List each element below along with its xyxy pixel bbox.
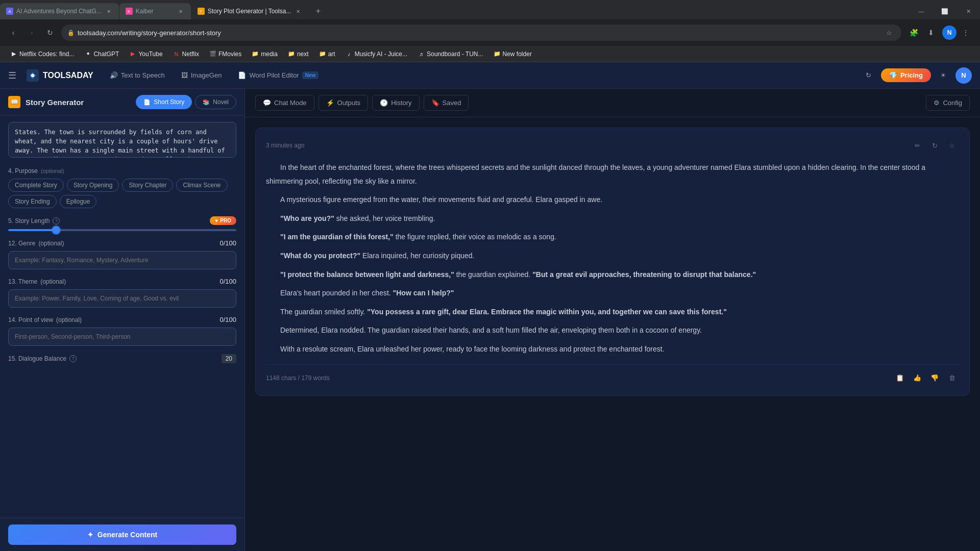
main-content: 📖 Story Generator 📄 Short Story 📚 Novel [0,89,980,551]
theme-label: 13. Theme [8,278,37,285]
refresh-icon[interactable]: ↻ [861,67,877,84]
bookmark-youtube[interactable]: ▶ YouTube [125,48,166,60]
pricing-button[interactable]: 💎 Pricing [881,68,931,82]
close-tab-story[interactable]: ✕ [294,7,302,15]
svg-point-1 [31,74,34,77]
bookmark-star-icon[interactable]: ☆ [883,27,895,39]
nav-tts[interactable]: 🔊 Text to Speech [104,68,171,82]
bookmark-chatgpt[interactable]: ✦ ChatGPT [80,48,123,60]
header-right: ↻ 💎 Pricing ☀ N [861,67,972,84]
close-tab-ai[interactable]: ✕ [105,7,113,15]
tab-novel[interactable]: 📚 Novel [195,95,236,109]
genre-input[interactable] [8,251,236,269]
story-paragraph-10: With a resolute scream, Elara unleashed … [266,342,959,356]
nav-imagegen[interactable]: 🖼 ImageGen [175,68,228,82]
theme-optional: (optional) [40,278,66,285]
app-header: ☰ TOOLSADAY 🔊 Text to Speech 🖼 ImageGen … [0,62,980,89]
delete-icon[interactable]: 🗑 [945,371,959,385]
doc-icon: 📄 [238,71,246,79]
app-nav: 🔊 Text to Speech 🖼 ImageGen 📄 Word Pilot… [104,68,325,82]
hamburger-menu-icon[interactable]: ☰ [8,70,16,81]
field-theme: 13. Theme (optional) 0/100 [8,278,236,308]
story-paragraph-2: A mysterious figure emerged from the wat… [266,193,959,207]
user-avatar[interactable]: N [955,67,972,84]
maximize-button[interactable]: ⬜ [933,2,957,21]
bookmark-new-folder[interactable]: 📁 New folder [489,48,536,60]
gear-icon: ⚙ [934,99,940,107]
history-button[interactable]: 🕐 History [372,95,419,111]
bookmark-icon: ▶ [10,51,17,58]
tag-climax-scene[interactable]: Climax Scene [176,179,227,192]
outputs-button[interactable]: ⚡ Outputs [318,95,369,111]
nav-word-pilot[interactable]: 📄 Word Pilot Editor New [232,68,325,82]
address-bar[interactable]: 🔒 toolsaday.com/writing/story-generator/… [61,24,901,41]
forward-button[interactable]: › [24,26,39,40]
bookmark-netflix-codes[interactable]: ▶ Netflix Codes: find... [6,48,78,60]
story-length-slider[interactable] [8,229,236,231]
output-top-actions: ✏ ↻ ☆ [910,138,959,153]
bookmark-icon: 🎬 [209,51,216,58]
copy-icon[interactable]: 📋 [893,371,907,385]
browser-menu-icon[interactable]: ⋮ [958,24,974,41]
star-icon[interactable]: ☆ [945,138,959,153]
bookmark-next[interactable]: 📁 next [284,48,313,60]
config-button[interactable]: ⚙ Config [926,95,970,111]
downloads-icon[interactable]: ⬇ [923,24,939,41]
bookmark-netflix[interactable]: N Netflix [169,48,203,60]
folder-icon: 📁 [319,51,326,58]
saved-button[interactable]: 🔖 Saved [424,95,469,111]
address-bar-row: ‹ › ↻ 🔒 toolsaday.com/writing/story-gene… [0,19,980,46]
sparkle-icon: ✦ [87,531,93,539]
extensions-icon[interactable]: 🧩 [905,24,922,41]
mode-tabs: 📄 Short Story 📚 Novel [136,95,236,109]
bookmark-musicfy[interactable]: ♪ Musicfy AI - Juice... [341,48,411,60]
top-textarea-field: States. The town is surrounded by fields… [8,122,236,159]
close-tab-kaiber[interactable]: ✕ [177,7,185,15]
story-paragraph-1: In the heart of the enchanted forest, wh… [266,161,959,188]
story-context-textarea[interactable]: States. The town is surrounded by fields… [8,122,236,158]
folder-icon: 📁 [252,51,259,58]
output-card: 3 minutes ago ✏ ↻ ☆ In the heart of the … [255,128,970,396]
story-paragraph-9: Determined, Elara nodded. The guardian r… [266,323,959,337]
genre-char-count: 0/100 [219,239,236,247]
tab-kaiber[interactable]: K Kaiber ✕ [119,3,191,19]
tab-short-story[interactable]: 📄 Short Story [136,95,192,109]
output-footer: 1148 chars / 179 words 📋 👍 👎 🗑 [266,364,959,385]
minimize-button[interactable]: — [910,2,933,21]
generate-content-button[interactable]: ✦ Generate Content [8,524,236,545]
bookmark-media[interactable]: 📁 media [248,48,282,60]
browser-chrome: A AI Adventures Beyond ChatG... ✕ K Kaib… [0,0,980,46]
tag-story-opening[interactable]: Story Opening [67,179,119,192]
bookmark-art[interactable]: 📁 art [315,48,339,60]
close-window-button[interactable]: ✕ [957,2,980,21]
new-tab-button[interactable]: + [311,4,325,18]
reload-button[interactable]: ↻ [43,26,57,40]
folder-icon: 📁 [494,51,501,58]
short-story-icon: 📄 [143,99,151,106]
back-button[interactable]: ‹ [6,26,20,40]
bookmark-soundboard[interactable]: ♬ Soundboard - TUN... [413,48,487,60]
dialogue-balance-help-icon[interactable]: ? [69,355,77,362]
bookmark-fmovies[interactable]: 🎬 FMovies [205,48,246,60]
thumbs-down-icon[interactable]: 👎 [927,371,942,385]
tab-ai-adventures[interactable]: A AI Adventures Beyond ChatG... ✕ [0,3,119,19]
chat-mode-button[interactable]: 💬 Chat Mode [255,95,314,111]
tag-epilogue[interactable]: Epilogue [60,195,97,208]
profile-avatar[interactable]: N [942,26,957,40]
tag-story-ending[interactable]: Story Ending [8,195,57,208]
thumbs-up-icon[interactable]: 👍 [910,371,924,385]
bookmark-icon: ▶ [129,51,136,58]
theme-input[interactable] [8,289,236,308]
pov-input[interactable] [8,328,236,346]
tag-complete-story[interactable]: Complete Story [8,179,64,192]
story-length-help-icon[interactable]: ? [53,217,60,224]
field-genre: 12. Genre (optional) 0/100 [8,239,236,269]
edit-icon[interactable]: ✏ [910,138,924,153]
lock-icon: 🔒 [67,30,75,36]
regenerate-icon[interactable]: ↻ [927,138,942,153]
theme-toggle-icon[interactable]: ☀ [935,67,951,84]
logo-icon [27,69,39,82]
sound-icon: ♬ [418,51,425,58]
tag-story-chapter[interactable]: Story Chapter [122,179,173,192]
tab-story-generator[interactable]: T Story Plot Generator | Toolsa... ✕ [191,3,309,19]
